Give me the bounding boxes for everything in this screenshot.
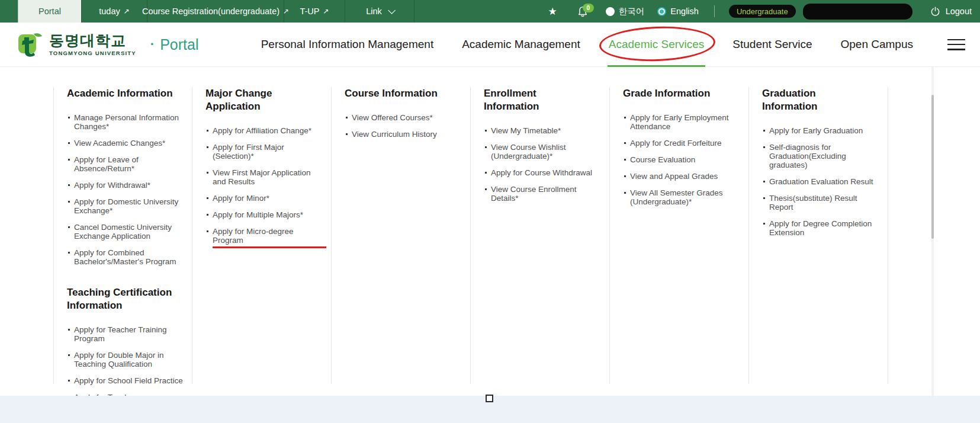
menu-item-apply-for-affiliation-change[interactable]: Apply for Affiliation Change*: [205, 126, 324, 135]
menu-item-self-diagnosis-for-graduation-excluding-graduates[interactable]: Self-diagnosis for Graduation(Excluding …: [762, 143, 881, 169]
portal-title-dot: ·: [150, 37, 155, 52]
topbar-right: ★ 0 한국어English Undergraduate Logout: [548, 0, 980, 23]
menu-item-label: Apply for Course Withdrawal: [491, 168, 592, 177]
radio-selected-icon: [657, 7, 666, 16]
logout-button[interactable]: Logout: [930, 7, 972, 17]
mega-menu-columns: Academic InformationManage Personal Info…: [53, 67, 980, 384]
menu-item-apply-for-leave-of-absence-return[interactable]: Apply for Leave of Absence/Return*: [67, 155, 185, 173]
menu-list: Apply for Early GraduationSelf-diagnosis…: [762, 126, 881, 237]
topbar-tab-label: Course Registration(undergraduate): [142, 7, 279, 16]
menu-item-graduation-evaluation-result[interactable]: Graduation Evaluation Result: [762, 177, 881, 186]
language-option-english[interactable]: English: [657, 7, 699, 16]
notifications-button[interactable]: 0: [577, 6, 588, 17]
menu-item-label: Apply for Affiliation Change*: [213, 126, 311, 135]
menu-group-title: Enrollment Information: [484, 87, 593, 113]
main-nav: Personal Information ManagementAcademic …: [261, 23, 913, 66]
menu-item-apply-for-withdrawal[interactable]: Apply for Withdrawal*: [67, 181, 185, 190]
menu-item-view-academic-changes[interactable]: View Academic Changes*: [67, 139, 185, 148]
menu-item-view-course-enrollment-details[interactable]: View Course Enrollment Details*: [484, 185, 602, 203]
menu-item-view-and-appeal-grades[interactable]: View and Appeal Grades: [623, 172, 741, 181]
menu-item-manage-personal-information-changes[interactable]: Manage Personal Information Changes*: [67, 113, 185, 131]
menu-item-apply-for-domestic-university-exchange[interactable]: Apply for Domestic University Exchange*: [67, 197, 185, 215]
menu-item-apply-for-early-employment-attendance[interactable]: Apply for Early Employment Attendance: [623, 113, 741, 131]
topbar-tab-course-registration-undergraduate[interactable]: Course Registration(undergraduate)↗: [147, 0, 284, 23]
nav-item-label: Academic Management: [462, 38, 580, 50]
menu-item-label: Apply for Leave of Absence/Return*: [74, 155, 139, 173]
topbar: Portaltuday↗Course Registration(undergra…: [0, 0, 980, 23]
menu-item-label: Apply for First Major (Selection)*: [213, 143, 284, 161]
menu-item-thesis-substitute-result-report[interactable]: Thesis(substitute) Result Report: [762, 194, 881, 212]
topbar-tab-tuday[interactable]: tuday↗: [81, 0, 147, 23]
menu-item-label: View and Appeal Grades: [630, 172, 718, 181]
scrollbar-thumb[interactable]: [931, 95, 934, 239]
menu-item-apply-for-micro-degree-program[interactable]: Apply for Micro-degree Program: [205, 227, 324, 245]
hamburger-menu-icon[interactable]: [947, 39, 965, 50]
menu-column-4: Enrollment InformationView My Timetable*…: [471, 87, 610, 384]
menu-item-view-offered-courses[interactable]: View Offered Courses*: [345, 113, 463, 122]
topbar-tabs: Portaltuday↗Course Registration(undergra…: [18, 0, 415, 23]
menu-item-view-all-semester-grades-undergraduate[interactable]: View All Semester Grades (Undergraduate)…: [623, 188, 741, 206]
nav-item-academic-management[interactable]: Academic Management: [462, 23, 580, 66]
menu-item-label: View All Semester Grades (Undergraduate)…: [630, 188, 723, 206]
menu-item-course-evaluation[interactable]: Course Evaluation: [623, 155, 741, 164]
menu-item-label: Course Evaluation: [630, 155, 695, 164]
menu-group-academic-information: Academic InformationManage Personal Info…: [67, 87, 185, 266]
menu-item-apply-for-multiple-majors[interactable]: Apply for Multiple Majors*: [205, 210, 324, 219]
nav-item-personal-information-management[interactable]: Personal Information Management: [261, 23, 434, 66]
nav-item-academic-services[interactable]: Academic Services: [609, 23, 705, 66]
menu-item-label: View Course Enrollment Details*: [491, 185, 577, 203]
topbar-tab-portal[interactable]: Portal: [18, 0, 81, 23]
menu-item-label: Manage Personal Information Changes*: [74, 113, 179, 131]
language-option-한국어[interactable]: 한국어: [606, 6, 645, 17]
menu-item-label: Apply for Early Employment Attendance: [630, 113, 729, 131]
menu-item-label: Apply for Double Major in Teaching Quali…: [74, 351, 164, 368]
resize-handle[interactable]: [486, 395, 493, 402]
language-switcher: 한국어English: [606, 6, 712, 17]
menu-item-label: Apply for School Field Practice: [74, 376, 183, 385]
menu-item-label: Apply for Micro-degree Program: [213, 227, 324, 245]
menu-group-enrollment-information: Enrollment InformationView My Timetable*…: [484, 87, 602, 203]
topbar-tab-label: tuday: [99, 7, 120, 16]
topbar-divider: [714, 5, 715, 17]
menu-column-5: Grade InformationApply for Early Employm…: [610, 87, 749, 384]
menu-item-apply-for-credit-forfeiture[interactable]: Apply for Credit Forfeiture: [623, 139, 741, 148]
menu-item-apply-for-degree-completion-extension[interactable]: Apply for Degree Completion Extension: [762, 219, 881, 237]
nav-item-student-service[interactable]: Student Service: [732, 23, 812, 66]
topbar-tab-t-up[interactable]: T-UP↗: [284, 0, 345, 23]
menu-group-title: Graduation Information: [762, 87, 872, 113]
menu-item-apply-for-double-major-in-teaching-qualification[interactable]: Apply for Double Major in Teaching Quali…: [67, 351, 185, 368]
menu-item-label: View Academic Changes*: [74, 139, 165, 148]
menu-list: Apply for Affiliation Change*Apply for F…: [205, 126, 324, 245]
topbar-tab-link[interactable]: Link: [345, 0, 415, 23]
portal-title: · Portal: [150, 36, 199, 53]
logo-english-name: TONGMYONG UNIVERSITY: [49, 50, 136, 56]
language-label: English: [670, 7, 699, 16]
nav-item-label: Open Campus: [840, 38, 913, 50]
topbar-tab-label: Link: [366, 7, 382, 16]
favorite-star-icon[interactable]: ★: [548, 5, 557, 18]
university-logo-icon: [16, 31, 43, 57]
menu-item-apply-for-minor[interactable]: Apply for Minor*: [205, 194, 324, 203]
university-logo[interactable]: 동명대학교 TONGMYONG UNIVERSITY · Portal: [16, 31, 198, 57]
menu-list: View Offered Courses*View Curriculum His…: [345, 113, 463, 139]
menu-item-label: Self-diagnosis for Graduation(Excluding …: [769, 143, 846, 169]
menu-item-apply-for-teacher-training-program[interactable]: Apply for Teacher Training Program: [67, 325, 185, 343]
header: 동명대학교 TONGMYONG UNIVERSITY · Portal Pers…: [0, 23, 980, 67]
menu-item-view-course-wishlist-undergraduate[interactable]: View Course Wishlist (Undergraduate)*: [484, 143, 602, 161]
menu-item-apply-for-school-field-practice[interactable]: Apply for School Field Practice: [67, 376, 185, 385]
menu-group-title: Course Information: [345, 87, 454, 100]
menu-item-apply-for-first-major-selection[interactable]: Apply for First Major (Selection)*: [205, 143, 324, 161]
menu-item-cancel-domestic-university-exchange-application[interactable]: Cancel Domestic University Exchange Appl…: [67, 223, 185, 241]
menu-list: View My Timetable*View Course Wishlist (…: [484, 126, 602, 203]
menu-item-view-my-timetable[interactable]: View My Timetable*: [484, 126, 602, 135]
menu-item-apply-for-combined-bachelor-s-master-s-program[interactable]: Apply for Combined Bachelor's/Master's P…: [67, 248, 185, 266]
menu-item-apply-for-early-graduation[interactable]: Apply for Early Graduation: [762, 126, 881, 135]
menu-item-apply-for-course-withdrawal[interactable]: Apply for Course Withdrawal: [484, 168, 602, 177]
menu-item-label: View My Timetable*: [491, 126, 561, 135]
nav-item-open-campus[interactable]: Open Campus: [840, 23, 913, 66]
notification-count-badge: 0: [583, 4, 594, 12]
menu-item-label: Apply for Credit Forfeiture: [630, 139, 722, 148]
menu-item-view-first-major-application-and-results[interactable]: View First Major Application and Results: [205, 168, 324, 186]
menu-item-view-curriculum-history[interactable]: View Curriculum History: [345, 130, 463, 139]
menu-column-1: Academic InformationManage Personal Info…: [53, 87, 192, 384]
